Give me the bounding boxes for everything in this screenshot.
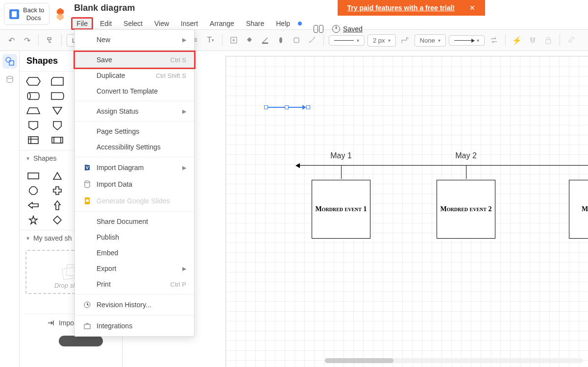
briefcase-icon	[83, 321, 92, 330]
selection-handle[interactable]	[306, 105, 310, 109]
line-path-button[interactable]	[399, 34, 412, 47]
fill-color-button[interactable]	[243, 34, 256, 47]
text-options-button[interactable]: T▾	[204, 34, 217, 47]
svg-rect-20	[86, 199, 89, 202]
menu-select[interactable]: Select	[119, 18, 147, 29]
shape-star[interactable]	[24, 214, 42, 226]
shape-display[interactable]	[49, 90, 66, 102]
chevron-down-icon: ▼	[25, 156, 30, 161]
lock-button[interactable]	[542, 34, 555, 47]
menu-item-duplicate[interactable]: DuplicateCtrl Shift S	[75, 68, 194, 83]
document-title[interactable]: Blank diagram	[71, 3, 584, 13]
timeline-tick-label: May 1	[330, 151, 352, 160]
import-icon	[47, 319, 55, 326]
svg-point-4	[6, 57, 11, 62]
horizontal-scrollbar[interactable]	[325, 358, 583, 363]
shape-triangle-down[interactable]	[49, 105, 66, 117]
menu-help[interactable]: Help	[271, 18, 295, 29]
shape-internal-storage[interactable]	[24, 134, 42, 146]
svg-rect-1	[262, 43, 268, 44]
shape-octagon[interactable]	[24, 185, 42, 196]
shape-cross[interactable]	[49, 185, 66, 196]
menu-item-page-settings[interactable]: Page Settings	[75, 123, 194, 139]
selected-arrow-shape[interactable]	[265, 105, 309, 109]
binoculars-icon[interactable]	[314, 25, 323, 33]
timeline-axis[interactable]: May 1 May 2	[299, 165, 588, 166]
shape-offpage[interactable]	[24, 120, 42, 131]
visio-icon: V	[83, 163, 92, 172]
line-color-button[interactable]	[259, 34, 271, 47]
shape-rectangle[interactable]	[24, 170, 42, 182]
menu-item-embed[interactable]: Embed	[75, 245, 194, 261]
menu-item-integrations[interactable]: Integrations	[75, 318, 194, 334]
svg-point-18	[85, 181, 90, 183]
flash-button[interactable]: ⚡	[511, 34, 523, 47]
shape-fill-button[interactable]	[274, 34, 287, 47]
menu-item-convert-template[interactable]: Convert to Template	[75, 83, 194, 99]
event-box[interactable]: Mor	[569, 180, 588, 239]
shape-shield[interactable]	[49, 120, 66, 131]
scrollbar-thumb[interactable]	[325, 358, 393, 363]
svg-rect-22	[84, 324, 90, 329]
chevron-right-icon: ▶	[182, 37, 186, 43]
menu-item-new[interactable]: New▶	[75, 32, 194, 48]
menu-insert[interactable]: Insert	[176, 18, 203, 29]
shape-hexagon[interactable]	[24, 75, 42, 87]
back-to-docs-button[interactable]: Back toDocs	[4, 3, 49, 25]
shape-triangle[interactable]	[49, 170, 66, 182]
chevron-down-icon: ▼	[25, 236, 30, 241]
svg-rect-3	[546, 40, 551, 44]
add-shape-button[interactable]	[227, 34, 240, 47]
line-width-select[interactable]: 2 px▾	[368, 34, 396, 47]
redo-button[interactable]: ↷	[21, 34, 33, 47]
menu-item-save[interactable]: SaveCtrl S	[74, 50, 196, 69]
trial-banner-text[interactable]: Try paid features with a free trial!	[347, 4, 455, 12]
shape-predefined[interactable]	[49, 134, 66, 146]
chevron-right-icon: ▶	[182, 266, 186, 272]
magnet-button[interactable]	[526, 34, 539, 47]
header: Back toDocs Blank diagram File Edit Sele…	[0, 0, 588, 29]
menu-item-share-document[interactable]: Share Document	[75, 214, 194, 229]
menu-item-import-data[interactable]: Import Data	[75, 176, 194, 193]
menu-edit[interactable]: Edit	[95, 18, 117, 29]
shape-arrow-left[interactable]	[24, 199, 42, 211]
menu-item-export[interactable]: Export▶	[75, 261, 194, 276]
data-rail-button[interactable]	[2, 73, 17, 87]
menu-item-assign-status[interactable]: Assign Status▶	[75, 103, 194, 119]
format-painter-button[interactable]	[44, 34, 56, 47]
arrow-end-select[interactable]: ▾	[449, 35, 485, 46]
history-icon	[83, 300, 92, 309]
magic-button[interactable]	[306, 34, 318, 47]
swap-arrows-button[interactable]	[488, 34, 500, 47]
svg-rect-10	[28, 137, 38, 144]
selection-handle[interactable]	[264, 105, 268, 109]
shape-diamond[interactable]	[49, 214, 66, 226]
menu-item-print[interactable]: PrintCtrl P	[75, 276, 194, 292]
settings-button[interactable]	[565, 34, 578, 47]
shapes-rail-button[interactable]	[2, 54, 17, 69]
menu-view[interactable]: View	[149, 18, 174, 29]
shape-arrow-up[interactable]	[49, 199, 66, 211]
menu-item-publish[interactable]: Publish	[75, 229, 194, 245]
shape-trapezoid[interactable]	[24, 105, 42, 117]
menu-item-revision-history[interactable]: Revision History...	[75, 296, 194, 313]
event-box[interactable]: Mordred event 1	[312, 180, 370, 239]
menu-share[interactable]: Share	[241, 18, 269, 29]
shape-card[interactable]	[49, 75, 66, 87]
arrow-start-select[interactable]: None▾	[415, 34, 446, 47]
menu-item-import-diagram[interactable]: VImport Diagram▶	[75, 159, 194, 176]
trial-banner[interactable]: Try paid features with a free trial! ✕	[338, 0, 485, 16]
shape-cylinder-h[interactable]	[24, 90, 42, 102]
canvas-grid[interactable]: May 1 May 2 Mordred event 1 Mordred even…	[225, 56, 588, 367]
shape-options-button[interactable]	[290, 34, 303, 47]
undo-button[interactable]: ↶	[5, 34, 18, 47]
menu-item-accessibility[interactable]: Accessibility Settings	[75, 139, 194, 155]
close-icon[interactable]: ✕	[469, 4, 475, 12]
event-box[interactable]: Mordred event 2	[437, 180, 495, 239]
menu-file[interactable]: File	[71, 17, 93, 30]
selection-handle[interactable]	[285, 105, 289, 109]
line-style-select[interactable]: ▾	[329, 35, 365, 46]
saved-status[interactable]: Saved	[332, 25, 363, 33]
google-docs-icon	[9, 9, 19, 19]
menu-arrange[interactable]: Arrange	[205, 18, 239, 29]
